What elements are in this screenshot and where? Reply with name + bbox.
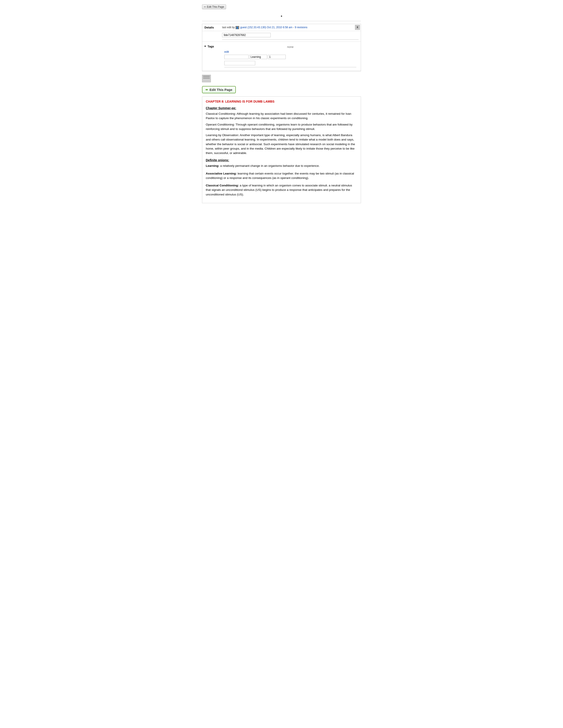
- tag-number-input[interactable]: [268, 55, 286, 59]
- user-link[interactable]: guest (152.33.43.130): [240, 26, 266, 29]
- classical-term: Classical Conditioning:: [206, 184, 239, 187]
- definition-classical: Classical Conditioning: a type of learni…: [206, 183, 357, 197]
- summary-header: Chapter Summer-ee:: [206, 106, 357, 110]
- definition-associative: Associative Learning: learning that cert…: [206, 171, 357, 180]
- top-edit-button-label: Edit This Page: [207, 5, 224, 8]
- user-icon: 👤: [235, 26, 239, 29]
- close-icon: X: [357, 26, 358, 29]
- small-icon: [202, 75, 211, 82]
- associative-term: Associative Learning:: [206, 172, 237, 175]
- tag-text-input[interactable]: [224, 55, 248, 59]
- tag-bullet: •: [204, 44, 206, 48]
- definitions-header: Definite onions:: [206, 158, 357, 162]
- hash-row: [202, 31, 361, 42]
- chapter-title: CHAPTER 8: LEARNING IS FOR DUMB LAMBS: [206, 100, 357, 103]
- close-button[interactable]: X: [355, 25, 360, 30]
- tags-input-row: [224, 55, 356, 59]
- details-row: Details last edit by 👤 guest (152.33.43.…: [202, 24, 361, 31]
- bullet-separator: •: [202, 14, 361, 19]
- tags-section: none edit: [222, 43, 359, 69]
- learning-text: a relatively permanant change in an orga…: [219, 164, 320, 167]
- details-box: Details last edit by 👤 guest (152.33.43.…: [202, 24, 361, 71]
- details-label-text: Details: [204, 26, 214, 29]
- summary-paragraph-1: Classical Conditioning: Although learnin…: [206, 112, 357, 121]
- tag-none-text: none: [224, 45, 356, 49]
- last-edit-prefix: last edit by: [222, 26, 235, 29]
- large-edit-button-label: Edit This Page: [209, 88, 232, 92]
- hash-input[interactable]: [222, 33, 271, 37]
- pencil-icon: ✏: [204, 6, 206, 8]
- details-content: last edit by 👤 guest (152.33.43.130) Oct…: [220, 24, 354, 31]
- tag-value-input[interactable]: [249, 55, 267, 59]
- tag-extra-input[interactable]: [224, 61, 255, 65]
- revisions-link[interactable]: 9 revisions: [295, 26, 307, 29]
- summary-paragraph-3: Learning by Observation: Another importa…: [206, 133, 357, 155]
- summary-paragraph-2: Operant Conditioning: Through operant co…: [206, 122, 357, 131]
- learning-term: Learning:: [206, 164, 219, 167]
- datetime-link[interactable]: Oct 21, 2010 6:58 am: [267, 26, 292, 29]
- large-pencil-icon: ✏: [205, 88, 208, 92]
- definition-learning: Learning: a relatively permanant change …: [206, 164, 357, 168]
- tags-row: • Tags none edit: [202, 42, 361, 71]
- main-content: CHAPTER 8: LEARNING IS FOR DUMB LAMBS Ch…: [202, 96, 361, 203]
- tags-label-text: Tags: [207, 45, 214, 48]
- top-divider: [202, 21, 361, 21]
- large-edit-button[interactable]: ✏ Edit This Page: [202, 86, 236, 93]
- top-edit-button[interactable]: ✏ Edit This Page: [202, 4, 226, 9]
- tag-edit-link[interactable]: edit: [224, 50, 229, 53]
- dash-separator: -: [293, 26, 295, 29]
